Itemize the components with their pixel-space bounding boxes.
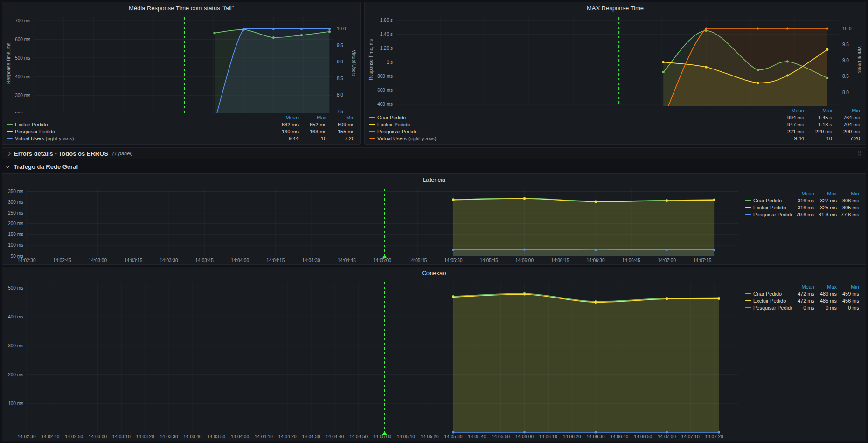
svg-text:14:05:00: 14:05:00 bbox=[373, 434, 391, 439]
legend-sort-max[interactable]: Max bbox=[804, 108, 832, 113]
legend-sort-mean[interactable]: Mean bbox=[792, 191, 814, 196]
legend-stat-value: 155 ms bbox=[326, 129, 354, 134]
row-drag-handle-icon[interactable]: ⣿ bbox=[857, 151, 861, 156]
legend-sort-min[interactable]: Min bbox=[832, 108, 860, 113]
legend-series-toggle[interactable]: Criar Pedido bbox=[745, 291, 792, 297]
series-color-icon bbox=[369, 117, 375, 118]
row-errors-details[interactable]: Errors details - Todos os ERROS (1 panel… bbox=[2, 147, 866, 159]
row-trafego-title: Trafego da Rede Geral bbox=[14, 163, 78, 170]
svg-text:14:04:40: 14:04:40 bbox=[326, 434, 344, 439]
max-chart-canvas[interactable]: 14:02:3014:03:0014:03:3014:04:0014:04:30… bbox=[375, 14, 856, 106]
legend-series-toggle[interactable]: Pesquisar Pedido bbox=[745, 212, 792, 217]
legend-item: Excluir Pedido472 ms485 ms456 ms bbox=[745, 297, 859, 304]
svg-text:500 ms: 500 ms bbox=[8, 285, 23, 291]
legend-stat-value: 81.3 ms bbox=[814, 212, 837, 217]
svg-text:14:03:00: 14:03:00 bbox=[89, 258, 107, 263]
legend-sort-min[interactable]: Min bbox=[837, 284, 859, 290]
legend-series-toggle[interactable]: Excluir Pedido bbox=[369, 122, 776, 127]
legend-series-toggle[interactable]: Pesquisar Pedido bbox=[369, 129, 776, 134]
legend-sort-mean[interactable]: Mean bbox=[271, 115, 299, 120]
series-color-icon bbox=[7, 131, 13, 132]
svg-text:14:04:45: 14:04:45 bbox=[338, 258, 356, 263]
row-trafego-da-rede[interactable]: Trafego da Rede Geral bbox=[2, 160, 866, 173]
svg-text:300 ms: 300 ms bbox=[15, 93, 30, 98]
legend-stat-value: 229 ms bbox=[804, 129, 832, 134]
svg-text:7.5: 7.5 bbox=[337, 109, 343, 113]
legend-sort-max[interactable]: Max bbox=[814, 191, 837, 196]
svg-text:14:04:50: 14:04:50 bbox=[349, 434, 368, 439]
legend-stat-value: 10 bbox=[804, 136, 832, 141]
legend-series-toggle[interactable]: Virtual Users (right y-axis) bbox=[7, 136, 271, 141]
legend-item: Virtual Users (right y-axis)9.44107.20 bbox=[7, 135, 354, 142]
legend-item: Excluir Pedido316 ms325 ms305 ms bbox=[745, 204, 859, 211]
legend-series-name: Virtual Users (right y-axis) bbox=[377, 136, 436, 141]
legend-item: Criar Pedido316 ms327 ms306 ms bbox=[745, 197, 859, 204]
svg-text:14:05:50: 14:05:50 bbox=[492, 434, 510, 439]
panel-title-max[interactable]: MAX Response Time bbox=[365, 2, 866, 14]
legend-stat-value: 947 ms bbox=[776, 122, 804, 127]
latencia-chart-canvas[interactable]: 14:02:3014:02:4514:03:0014:03:1514:03:30… bbox=[5, 185, 743, 264]
legend-stat-value: 652 ms bbox=[299, 122, 326, 127]
legend-series-toggle[interactable]: Virtual Users (right y-axis) bbox=[369, 136, 776, 141]
svg-text:14:03:20: 14:03:20 bbox=[136, 434, 154, 439]
svg-text:250 ms: 250 ms bbox=[8, 210, 23, 215]
svg-text:8.5: 8.5 bbox=[842, 74, 849, 79]
series-color-icon bbox=[745, 300, 751, 301]
legend-stat-value: 472 ms bbox=[792, 298, 814, 304]
legend-series-toggle[interactable]: Excluir Pedido bbox=[745, 298, 792, 304]
legend-stat-value: 764 ms bbox=[832, 115, 860, 120]
svg-text:14:04:15: 14:04:15 bbox=[266, 258, 285, 263]
series-color-icon bbox=[7, 124, 13, 125]
svg-text:14:03:15: 14:03:15 bbox=[124, 258, 142, 263]
legend-series-toggle[interactable]: Criar Pedido bbox=[745, 198, 792, 203]
legend-series-toggle[interactable]: Pesquisar Pedido bbox=[745, 305, 792, 311]
svg-text:8.0: 8.0 bbox=[337, 92, 343, 97]
legend-sort-mean[interactable]: Mean bbox=[776, 108, 804, 113]
legend-stat-value: 9.44 bbox=[271, 136, 299, 141]
legend-stat-value: 456 ms bbox=[837, 298, 859, 304]
series-color-icon bbox=[745, 307, 751, 308]
svg-text:10.0: 10.0 bbox=[842, 26, 852, 31]
legend-stat-value: 459 ms bbox=[837, 291, 859, 297]
legend-stat-value: 1.18 s bbox=[804, 122, 832, 127]
svg-text:200 ms: 200 ms bbox=[8, 221, 23, 226]
media-chart-canvas[interactable]: 14:02:3014:03:0014:03:3014:04:0014:04:30… bbox=[12, 14, 350, 113]
svg-text:14:03:30: 14:03:30 bbox=[160, 258, 178, 263]
svg-text:14:06:40: 14:06:40 bbox=[610, 434, 628, 439]
legend-sort-min[interactable]: Min bbox=[326, 115, 354, 120]
svg-text:100 ms: 100 ms bbox=[8, 401, 23, 406]
legend-sort-min[interactable]: Min bbox=[837, 191, 859, 196]
media-chart-area: Response Time, ms 14:02:3014:03:0014:03:… bbox=[2, 14, 360, 113]
panel-title-latencia[interactable]: Latencia bbox=[2, 174, 866, 185]
svg-text:9.0: 9.0 bbox=[842, 58, 849, 63]
legend-series-toggle[interactable]: Excluir Pedido bbox=[745, 205, 792, 210]
legend-series-name: Criar Pedido bbox=[377, 115, 406, 120]
legend-series-name: Virtual Users (right y-axis) bbox=[15, 136, 74, 141]
svg-text:14:05:40: 14:05:40 bbox=[468, 434, 486, 439]
panel-title-media[interactable]: Média Response Time com status "fail" bbox=[2, 2, 360, 14]
svg-text:14:06:30: 14:06:30 bbox=[587, 434, 605, 439]
legend-stat-value: 316 ms bbox=[792, 205, 814, 210]
legend-stat-value: 632 ms bbox=[271, 122, 299, 127]
legend-stat-value: 9.44 bbox=[776, 136, 804, 141]
legend-stat-value: 306 ms bbox=[837, 198, 859, 203]
legend-stat-value: 1.45 s bbox=[804, 115, 832, 120]
legend-stat-value: 489 ms bbox=[814, 291, 837, 297]
legend-item: Virtual Users (right y-axis)9.44107.20 bbox=[369, 135, 860, 142]
legend-series-name: Pesquisar Pedido bbox=[377, 129, 417, 134]
legend-series-toggle[interactable]: Pesquisar Pedido bbox=[7, 129, 271, 134]
media-legend: MeanMaxMinExcluir Pedido632 ms652 ms609 … bbox=[2, 113, 360, 144]
legend-sort-max[interactable]: Max bbox=[814, 284, 837, 290]
legend-stat-value: 79.6 ms bbox=[792, 212, 814, 217]
legend-series-toggle[interactable]: Excluir Pedido bbox=[7, 122, 271, 127]
svg-text:14:04:00: 14:04:00 bbox=[231, 434, 249, 439]
max-legend: MeanMaxMinCriar Pedido994 ms1.45 s764 ms… bbox=[365, 106, 866, 144]
legend-sort-max[interactable]: Max bbox=[299, 115, 326, 120]
legend-series-toggle[interactable]: Criar Pedido bbox=[369, 115, 776, 120]
svg-text:14:03:00: 14:03:00 bbox=[89, 434, 107, 439]
panel-max-response-time: MAX Response Time Response Time, ms 14:0… bbox=[364, 2, 866, 145]
conexao-chart-canvas[interactable]: 14:02:3014:02:4014:02:5014:03:0014:03:10… bbox=[5, 278, 743, 441]
legend-sort-mean[interactable]: Mean bbox=[792, 284, 814, 290]
legend-series-name: Excluir Pedido bbox=[377, 122, 410, 127]
panel-title-conexao[interactable]: Conexão bbox=[2, 267, 866, 278]
